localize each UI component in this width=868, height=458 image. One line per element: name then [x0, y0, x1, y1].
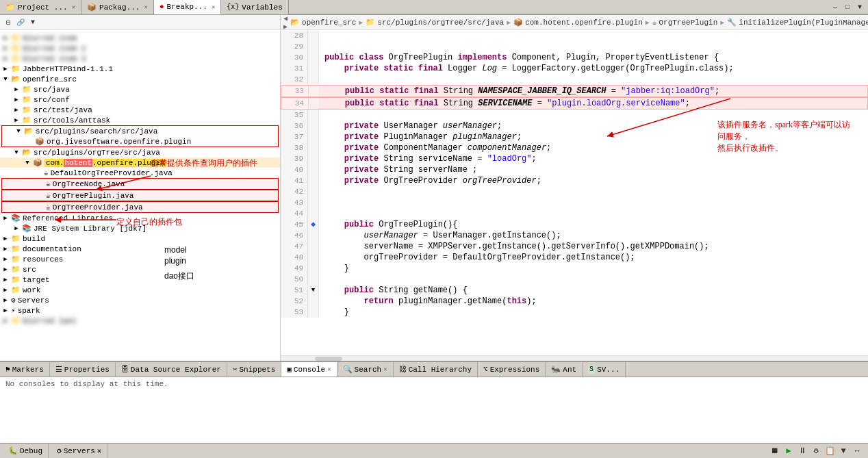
- minimize-btn[interactable]: —: [830, 1, 841, 12]
- tree-item-orgtreeplugin[interactable]: ☕ OrgTreePlugin.java: [1, 190, 279, 201]
- tree-item-openfire[interactable]: ▼ 📂 openfire_src: [0, 74, 280, 84]
- tab-snippets[interactable]: ✂ Snippets: [227, 362, 281, 377]
- tab-search[interactable]: 🔍 Search ✕: [337, 362, 394, 377]
- tree-toggle[interactable]: ▼: [22, 160, 33, 166]
- status-debug[interactable]: 🐛 Debug: [3, 444, 49, 458]
- tree-toggle[interactable]: ▶: [0, 214, 11, 222]
- status-servers-close[interactable]: ✕: [97, 446, 102, 455]
- tree-item-orgtree-src[interactable]: ▼ 📂 src/plugins/orgTree/src/java: [0, 147, 280, 157]
- tree-toggle[interactable]: ▶: [0, 255, 11, 263]
- scrollbar-thumb[interactable]: [315, 357, 342, 361]
- tab-breakpoints[interactable]: ● Breakp... ✕: [154, 0, 221, 14]
- tree-expand-openfire[interactable]: ▼: [0, 76, 11, 83]
- tree-item-jivesoftware[interactable]: 📦 org.jivesoftware.openfire.plugin: [2, 136, 278, 147]
- tree-item-reflibrary[interactable]: ▶ 📚 Referenced Libraries: [0, 213, 280, 223]
- view-menu-btn[interactable]: ▼: [854, 1, 865, 12]
- code-editor[interactable]: 28 29 30 public class OrgTreePl: [281, 30, 868, 355]
- tree-item-srctestjava[interactable]: ▶ 📁 src/test/java: [0, 105, 280, 115]
- tab-project-close[interactable]: ✕: [72, 3, 75, 11]
- tree-item-label: OrgTreeNode.java: [53, 180, 125, 188]
- tab-project[interactable]: 📁 Project ... ✕: [0, 0, 81, 14]
- maximize-btn[interactable]: □: [842, 1, 853, 12]
- status-btn-7[interactable]: ↔: [852, 446, 863, 457]
- tree-item-target[interactable]: ▶ 📁 target: [0, 275, 280, 285]
- tab-package[interactable]: 📦 Packag... ✕: [81, 0, 154, 14]
- bottom-panel: ⚑ Markers ☰ Properties 🗄 Data Source Exp…: [0, 361, 868, 443]
- tab-callhierarchy[interactable]: ⛓ Call Hierarchy: [394, 362, 478, 377]
- tree-toggle[interactable]: ▼: [13, 128, 24, 135]
- tree-item-hotent-package[interactable]: ▼ 📦 com.hotent.openfire.plugin: [0, 157, 280, 168]
- horizontal-scrollbar[interactable]: [281, 355, 868, 361]
- breadcrumb-package[interactable]: 📦 com.hotent.openfire.plugin: [513, 18, 643, 27]
- tab-package-close[interactable]: ✕: [144, 3, 147, 11]
- tree-toggle[interactable]: ▶: [0, 317, 11, 325]
- tab-variables[interactable]: {x} Variables: [221, 0, 288, 14]
- tree-toggle[interactable]: ▶: [11, 116, 22, 124]
- tree-toggle[interactable]: ▶: [0, 245, 11, 253]
- tree-item-srcjava[interactable]: ▶ 📁 src/java: [0, 84, 280, 94]
- tree-item-srcconf[interactable]: ▶ 📁 src/conf: [0, 94, 280, 105]
- nav-arrow[interactable]: ◀ ▶: [283, 15, 288, 30]
- status-btn-2[interactable]: ▶: [783, 446, 794, 457]
- tree-item-jabberbind[interactable]: ▶ 📁 JabberHTTPBind-1.1.1: [0, 64, 280, 74]
- breadcrumb-src-path[interactable]: 📁 src/plugins/orgTree/src/java: [366, 18, 504, 27]
- status-btn-5[interactable]: 📋: [824, 446, 835, 457]
- tree-toggle[interactable]: ▼: [11, 149, 22, 156]
- tree-item-servers[interactable]: ▶ ⚙ Servers: [0, 295, 280, 305]
- tree-toggle[interactable]: ▶: [0, 55, 11, 62]
- tab-markers[interactable]: ⚑ Markers: [0, 362, 50, 377]
- tree-toggle[interactable]: ▶: [0, 286, 11, 294]
- tab-search-close[interactable]: ✕: [383, 366, 387, 373]
- tree-item-orgtreenode[interactable]: ☕ OrgTreeNode.java: [1, 178, 279, 190]
- tab-datasource[interactable]: 🗄 Data Source Explorer: [116, 362, 227, 377]
- tab-ant[interactable]: 🐜 Ant: [546, 362, 583, 377]
- tab-properties[interactable]: ☰ Properties: [50, 362, 116, 377]
- tree-item-work[interactable]: ▶ 📁 work: [0, 285, 280, 295]
- status-btn-6[interactable]: ▼: [838, 446, 849, 457]
- link-editor-btn[interactable]: 🔗: [15, 17, 26, 28]
- tree-item-documentation[interactable]: ▶ 📁 documentation: [0, 244, 280, 254]
- tree-toggle[interactable]: ▶: [0, 276, 11, 283]
- tree-toggle[interactable]: ▶: [0, 296, 11, 304]
- tree-item-blur3[interactable]: ▶ 📁 blurred item 3: [0, 53, 280, 64]
- tree-toggle[interactable]: ▶: [0, 235, 11, 242]
- code-line-41: 41 private OrgTreeProvider orgTreeProvid…: [281, 175, 868, 186]
- status-servers[interactable]: ⚙ Servers ✕: [51, 444, 107, 458]
- tab-breakpoints-close[interactable]: ✕: [212, 3, 215, 11]
- tree-item-blur2[interactable]: ▶ 📁 blurred item 2: [0, 43, 280, 53]
- status-btn-4[interactable]: ⚙: [810, 446, 821, 457]
- tree-toggle[interactable]: ▶: [11, 96, 22, 103]
- tree-item-last[interactable]: ▶ 📁 blurred last: [0, 316, 280, 326]
- view-menu-left-btn[interactable]: ▼: [27, 17, 38, 28]
- tree-item-label: build: [23, 235, 45, 243]
- collapse-all-btn[interactable]: ⊟: [3, 17, 14, 28]
- tree-item-blur1[interactable]: ▶ 📁 blurred item: [0, 33, 280, 43]
- tree-toggle[interactable]: ▶: [11, 86, 22, 93]
- breadcrumb-class[interactable]: ☕ OrgTreePlugin: [652, 18, 717, 27]
- breadcrumb-method[interactable]: 🔧 initializePlugin(PluginManager: [727, 18, 868, 27]
- tree-item-orgtreeprovider[interactable]: ☕ OrgTreeProvider.java: [1, 201, 279, 213]
- tree-item-src[interactable]: ▶ 📁 src: [0, 264, 280, 275]
- tab-console[interactable]: ▣ Console ✕: [281, 362, 337, 377]
- tree-toggle[interactable]: ▶: [0, 266, 11, 273]
- tree-item-anttask[interactable]: ▶ 📁 src/tools/anttask: [0, 115, 280, 125]
- tree-toggle[interactable]: ▶: [11, 225, 22, 232]
- tree-item-defaultorgtree[interactable]: ☕ DefaultOrgTreeProvider.java: [0, 168, 280, 178]
- tab-console-close[interactable]: ✕: [327, 366, 331, 373]
- tree-item-resources[interactable]: ▶ 📁 resources: [0, 254, 280, 264]
- tree-toggle[interactable]: ▶: [0, 34, 11, 42]
- status-btn-1[interactable]: ⏹: [769, 446, 780, 457]
- status-btn-3[interactable]: ⏸: [797, 446, 808, 457]
- tree-item-spark[interactable]: ▶ ⚡ spark: [0, 305, 280, 316]
- tree-item-jre[interactable]: ▶ 📚 JRE System Library [jdk7]: [0, 223, 280, 233]
- tree-toggle[interactable]: ▶: [0, 65, 11, 73]
- tab-svn[interactable]: S SV...: [583, 362, 626, 377]
- tree-toggle[interactable]: ▶: [11, 106, 22, 114]
- tree-item-build[interactable]: ▶ 📁 build: [0, 233, 280, 244]
- breadcrumb: ◀ ▶ 📂 openfire_src ▶ 📁 src/plugins/orgTr…: [281, 15, 868, 30]
- tree-item-search-plugin[interactable]: ▼ 📂 src/plugins/search/src/java: [2, 126, 278, 136]
- tree-toggle[interactable]: ▶: [0, 307, 11, 314]
- tree-toggle[interactable]: ▶: [0, 44, 11, 52]
- breadcrumb-openfire-src[interactable]: 📂 openfire_src: [290, 18, 356, 27]
- tab-expressions[interactable]: ⌥ Expressions: [478, 362, 546, 377]
